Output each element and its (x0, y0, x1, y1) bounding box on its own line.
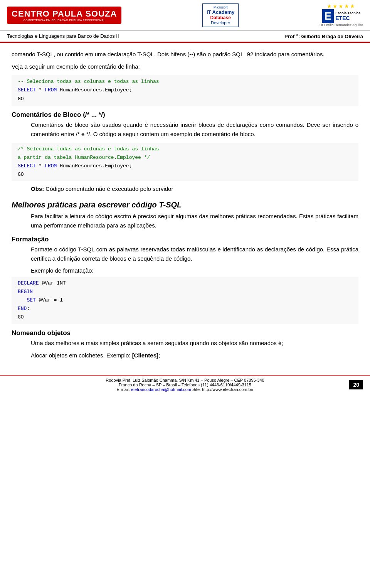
code1-go: GO (18, 96, 24, 102)
code-block-2: /* Seleciona todas as colunas e todas as… (12, 143, 358, 181)
code-block-3: DECLARE @Var INT BEGIN SET @Var = 1 END;… (12, 277, 358, 324)
cps-logo: CENTRO PAULA SOUZA COMPETÊNCIA EM EDUCAÇ… (7, 7, 121, 24)
sub-header-right: Profor: Gilberto Braga de Oliveira (284, 32, 363, 39)
formatacao-example-label: Exemplo de formatação: (31, 267, 358, 274)
etec-escola: Escola Técnica (335, 11, 360, 15)
block-comment-p1: Comentários de bloco são usados quando é… (31, 120, 358, 139)
formatacao-heading: Formatação (12, 236, 358, 243)
etec-logo-block: ★★★★★ E Escola Técnica ETEC Dr.Emílio He… (320, 3, 363, 27)
nomeando-example: [Clientes] (132, 352, 158, 359)
etec-sub1: Dr.Emílio Hernandez Aguilar (320, 23, 363, 27)
obs-text: Código comentado não é executado pelo se… (45, 185, 173, 192)
page-footer: Rodovia Pref. Luiz Salomão Chamma, S/N K… (0, 375, 370, 394)
melhores-p1: Para facilitar a leitura do código escri… (31, 212, 358, 230)
nomeando-p1: Uma das melhores e mais simples práticas… (31, 339, 358, 348)
block-comment-heading: Comentários de Bloco (/* ... */) (12, 111, 358, 119)
page-header: CENTRO PAULA SOUZA COMPETÊNCIA EM EDUCAÇ… (0, 0, 370, 31)
code3-go: GO (18, 314, 24, 320)
melhores-heading: Melhores práticas para escrever código T… (12, 200, 358, 209)
nomeando-heading: Nomeando objetos (12, 329, 358, 337)
footer-line2: Franco da Rocha – SP – Brasil – Telefone… (4, 382, 366, 387)
etec-stars: ★★★★★ (327, 3, 356, 9)
prof-sup: or (294, 32, 298, 37)
sub-header: Tecnologias e Linguagens para Banco de D… (0, 31, 370, 43)
obs-line: Obs: Código comentado não é executado pe… (31, 184, 358, 194)
etec-e-letter: E (322, 9, 334, 23)
footer-line3: E-mail: etefrancodarocha@hotmail.com Sit… (4, 387, 366, 392)
cps-logo-text: CENTRO PAULA SOUZA (12, 9, 117, 19)
code2-go: GO (18, 172, 24, 177)
nomeando-p2-text: Alocar objetos em colchetes. Exemplo: (31, 352, 132, 359)
melhores-paragraph: Para facilitar a leitura do código escri… (31, 212, 358, 230)
footer-email-prefix: E-mail: (117, 387, 131, 392)
intro-p1: comando T-SQL, ou contido em uma declara… (12, 50, 358, 59)
code2-line1: /* Seleciona todas as colunas e todas as… (18, 146, 159, 152)
main-content: comando T-SQL, ou contido em uma declara… (0, 43, 370, 368)
footer-site: Site: http://www.etecfran.com.br/ (191, 387, 253, 392)
code2-employee: Employee (105, 163, 129, 169)
cps-logo-sub: COMPETÊNCIA EM EDUCAÇÃO PÚBLICA PROFISSI… (12, 19, 117, 22)
sub-header-left: Tecnologias e Linguagens para Banco de D… (7, 33, 119, 39)
code2-line2: a partir da tabela HumanResource.Employe… (18, 155, 150, 160)
ms-label: Microsoft (207, 5, 235, 9)
etec-text-block: E Escola Técnica ETEC (322, 9, 361, 23)
etec-tecnica-label: ETEC (335, 15, 360, 21)
cps-logo-block: CENTRO PAULA SOUZA COMPETÊNCIA EM EDUCAÇ… (7, 7, 121, 24)
nomeando-semicolon: ; (158, 352, 160, 359)
it-academy-label: IT Academy (207, 9, 235, 15)
intro-paragraph: comando T-SQL, ou contido em uma declara… (12, 50, 358, 71)
footer-line1: Rodovia Pref. Luiz Salomão Chamma, S/N K… (4, 378, 366, 382)
footer-page-number: 20 (349, 380, 363, 389)
footer-email-link[interactable]: etefrancodarocha@hotmail.com (131, 387, 191, 392)
code1-employee: Employee (105, 87, 129, 93)
formatacao-p1: Formate o código T-SQL com as palavras r… (31, 245, 358, 263)
formatacao-paragraph: Formate o código T-SQL com as palavras r… (31, 245, 358, 263)
etec-logo: ★★★★★ E Escola Técnica ETEC Dr.Emílio He… (320, 3, 363, 27)
dev-label: Developer (207, 20, 235, 25)
ms-badge: Microsoft IT Academy Database Developer (202, 3, 239, 27)
prof-name: : Gilberto Braga de Oliveira (298, 34, 363, 39)
prof-prefix: Prof (284, 34, 294, 39)
block-comment-paragraph: Comentários de bloco são usados quando é… (31, 120, 358, 139)
etec-right-text: Escola Técnica ETEC (335, 11, 360, 21)
db-label: Database (207, 15, 235, 20)
code1-comment: -- Seleciona todas as colunas e todas as… (18, 79, 159, 84)
nomeando-paragraph: Uma das melhores e mais simples práticas… (31, 339, 358, 360)
intro-p2: Veja a seguir um exemplo de comentário d… (12, 62, 358, 71)
ms-badge-block: Microsoft IT Academy Database Developer (202, 3, 239, 27)
obs-label: Obs: (31, 185, 44, 192)
code-block-1: -- Seleciona todas as colunas e todas as… (12, 75, 358, 105)
nomeando-p2: Alocar objetos em colchetes. Exemplo: [C… (31, 351, 358, 360)
